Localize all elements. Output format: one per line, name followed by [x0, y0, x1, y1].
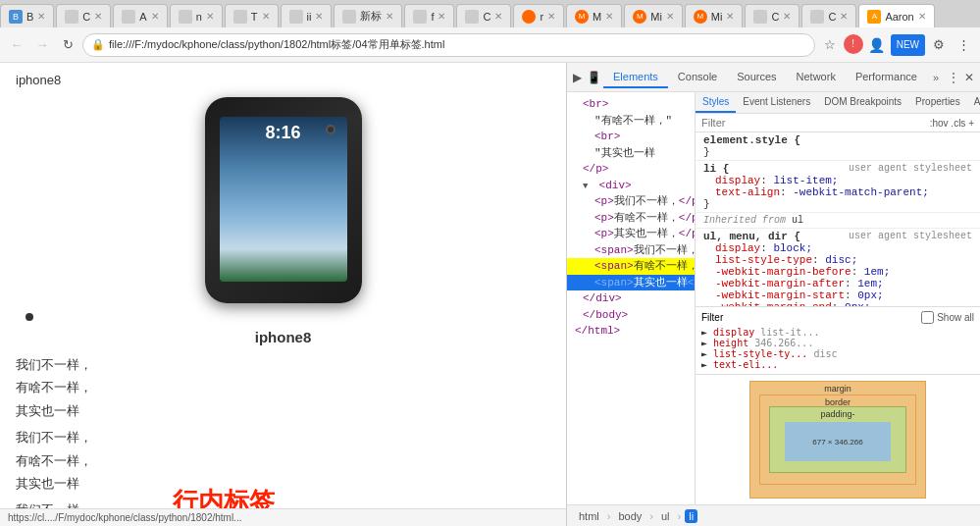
bc-body[interactable]: body [614, 509, 645, 523]
tab-c4[interactable]: C ✕ [801, 4, 856, 27]
tab-ii[interactable]: ii ✕ [281, 4, 333, 27]
st-tab-events[interactable]: Event Listeners [736, 92, 817, 113]
address-bar[interactable]: 🔒 file:///F:/mydoc/kphone/class/python/1… [82, 33, 815, 57]
style-rule-element: element.style { } [696, 132, 980, 161]
tab-sources[interactable]: Sources [727, 67, 786, 88]
extensions-button[interactable]: ⚙ [928, 34, 950, 56]
tab-c1[interactable]: C ✕ [56, 4, 111, 27]
back-button[interactable]: ← [6, 34, 27, 56]
el-p-wm1[interactable]: <p>我们不一样，</p> [567, 193, 695, 210]
cursor-select-button[interactable]: ▶ [571, 67, 585, 88]
tab-close-a[interactable]: ✕ [151, 11, 159, 22]
el-p-qsy1[interactable]: <p>其实也一样，</p> [567, 226, 695, 242]
forward-button[interactable]: → [31, 34, 53, 56]
el-text-2[interactable]: "其实也一样 [567, 145, 695, 162]
tab-close-c4[interactable]: ✕ [840, 11, 848, 22]
style-prop-margin-before: -webkit-margin-before: 1em; [703, 266, 972, 278]
el-p-close[interactable]: </p> [567, 161, 695, 178]
user-button[interactable]: 👤 [866, 34, 888, 56]
comp-list-style: ► list-style-ty... disc [701, 348, 974, 359]
tab-label-ii: ii [307, 11, 312, 23]
el-br-1[interactable]: <br> [567, 96, 695, 113]
main-content: iphone8 ‹ 8:16 iphone8 [0, 63, 980, 526]
el-span-qsy1[interactable]: <span>其实也一样</span> [567, 275, 695, 291]
tab-favicon-n [179, 10, 192, 24]
tab-close-c2[interactable]: ✕ [494, 11, 502, 22]
el-span-wm1[interactable]: <span>我们不一样，</span> [567, 242, 695, 259]
bm-margin-label: margin [824, 384, 851, 394]
tab-performance[interactable]: Performance [846, 67, 927, 88]
tab-close-m1[interactable]: ✕ [605, 11, 613, 22]
tab-c3[interactable]: C ✕ [745, 4, 799, 27]
tab-a[interactable]: A ✕ [113, 4, 167, 27]
tab-b[interactable]: B B ✕ [0, 4, 54, 27]
nav-bar: ← → ↻ 🔒 file:///F:/mydoc/kphone/class/py… [0, 27, 980, 63]
reload-button[interactable]: ↻ [57, 34, 78, 56]
tab-aaron[interactable]: A Aaron ✕ [858, 4, 934, 27]
el-div-close[interactable]: </div> [567, 290, 695, 307]
nav-dot-1 [26, 313, 33, 321]
show-all-container: Show all [921, 311, 974, 324]
elements-panel: <br> "有啥不一样，" <br> "其实也一样 </p> [567, 92, 696, 504]
tab-new[interactable]: 新标 ✕ [334, 4, 402, 27]
bc-ul[interactable]: ul [657, 509, 674, 523]
phone-with-nav: ‹ 8:16 [205, 97, 362, 303]
styles-filter-input[interactable] [701, 117, 926, 129]
new-tab-button[interactable]: NEW [891, 34, 925, 56]
tab-close-m3[interactable]: ✕ [726, 11, 734, 22]
tab-close-f[interactable]: ✕ [438, 11, 445, 22]
st-tab-dom-bp[interactable]: DOM Breakpoints [817, 92, 908, 113]
tab-label-m1: M [593, 11, 601, 23]
tab-m2[interactable]: M Mi ✕ [624, 4, 683, 27]
el-br-2[interactable]: <br> [567, 129, 695, 145]
tab-label-c4: C [828, 11, 836, 23]
bc-html[interactable]: html [575, 509, 603, 523]
tab-close-aaron[interactable]: ✕ [918, 11, 926, 22]
tab-more-button[interactable]: » [927, 68, 945, 87]
tab-close-m2[interactable]: ✕ [666, 11, 674, 22]
tab-n[interactable]: n ✕ [170, 4, 223, 27]
st-tab-props[interactable]: Properties [908, 92, 967, 113]
st-tab-access[interactable]: Accessibility [967, 92, 980, 113]
el-body-close[interactable]: </body> [567, 307, 695, 324]
tab-f[interactable]: f ✕ [404, 4, 454, 27]
tab-c2[interactable]: C ✕ [456, 4, 511, 27]
show-all-checkbox[interactable] [921, 311, 934, 324]
tab-close-n[interactable]: ✕ [206, 11, 214, 22]
devtools-more-button[interactable]: ✕ [962, 67, 976, 88]
tab-console[interactable]: Console [668, 67, 727, 88]
el-html-close[interactable]: </html> [567, 323, 695, 340]
tab-label-a: A [139, 11, 146, 23]
nav-dots [26, 313, 550, 321]
content-group-2: 我们不一样， 有啥不一样， 其实也一样 [16, 426, 550, 495]
tab-close-paw[interactable]: ✕ [547, 11, 555, 22]
el-text-1[interactable]: "有啥不一样，" [567, 113, 695, 130]
tab-elements[interactable]: Elements [603, 67, 668, 88]
tab-m1[interactable]: M M ✕ [566, 4, 622, 27]
tab-t[interactable]: T ✕ [225, 4, 279, 27]
line-2-3: 其实也一样 [16, 472, 550, 495]
styles-filter-hint: :hov .cls + [930, 118, 974, 129]
devtools-tab-bar: Elements Console Sources Network Perform… [603, 67, 945, 88]
tab-network[interactable]: Network [787, 67, 846, 88]
menu-button[interactable]: ⋮ [953, 34, 974, 56]
tab-m3[interactable]: M Mi ✕ [685, 4, 744, 27]
page-title-text: iphone8 [16, 73, 550, 87]
line-1-2: 有啥不一样， [16, 376, 550, 398]
tab-close-ii[interactable]: ✕ [315, 11, 323, 22]
st-tab-styles[interactable]: Styles [696, 92, 736, 113]
tab-close-c3[interactable]: ✕ [783, 11, 791, 22]
tab-close-new[interactable]: ✕ [386, 11, 393, 22]
bc-li-active[interactable]: li [685, 509, 697, 523]
tab-close-c1[interactable]: ✕ [94, 11, 102, 22]
mobile-view-button[interactable]: 📱 [587, 67, 601, 88]
el-p-yq1[interactable]: <p>有啥不一样，</p> [567, 210, 695, 227]
tab-close-b[interactable]: ✕ [37, 11, 45, 22]
tab-close-t[interactable]: ✕ [262, 11, 270, 22]
devtools-settings-button[interactable]: ⋮ [947, 67, 960, 88]
el-div-open[interactable]: ▼ <div> [567, 178, 695, 194]
tab-bar: B B ✕ C ✕ A ✕ n ✕ T ✕ ii ✕ [0, 0, 980, 27]
el-span-yq1[interactable]: <span>有啥不一样，</span> [567, 258, 695, 275]
tab-paw[interactable]: r ✕ [513, 4, 564, 27]
bookmark-button[interactable]: ☆ [819, 34, 841, 56]
